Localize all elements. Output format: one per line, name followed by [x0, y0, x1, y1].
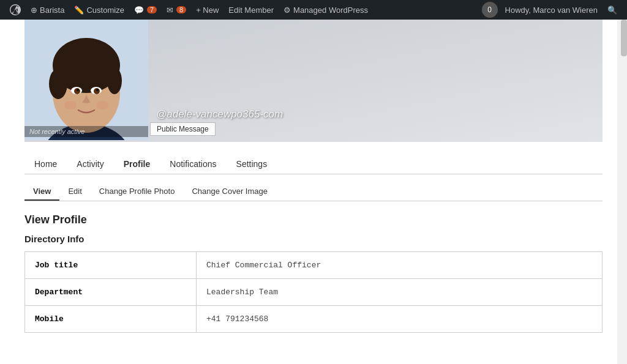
table-row: Mobile +41 791234568 — [25, 306, 603, 333]
username-overlay: @adele-vancewpo365-com — [156, 108, 283, 121]
nav-notifications[interactable]: Notifications — [160, 154, 226, 174]
admin-bar-right: 0 Howdy, Marco van Wieren 🔍 — [482, 0, 622, 20]
sub-nav-change-cover[interactable]: Change Cover Image — [183, 182, 276, 201]
profile-header: @adele-vancewpo365-com Public Message No… — [24, 20, 603, 142]
user-avatar[interactable]: 0 — [482, 2, 498, 18]
row-value: Chief Commercial Officer — [197, 252, 603, 279]
public-message-button[interactable]: Public Message — [150, 122, 216, 136]
row-label: Department — [25, 279, 197, 306]
content-area: View Profile Directory Info Job title Ch… — [24, 214, 603, 333]
directory-table: Job title Chief Commercial Officer Depar… — [24, 251, 603, 333]
section-title: Directory Info — [24, 234, 603, 244]
main-content: @adele-vancewpo365-com Public Message No… — [0, 20, 627, 364]
last-active: Not recently active — [24, 126, 148, 137]
managed-wp-link[interactable]: ⚙ Managed WordPress — [279, 0, 373, 20]
table-row: Job title Chief Commercial Officer — [25, 252, 603, 279]
sub-nav-view[interactable]: View — [24, 182, 59, 201]
user-greeting[interactable]: Howdy, Marco van Wieren — [500, 0, 603, 20]
svg-point-6 — [107, 67, 122, 94]
svg-point-14 — [96, 101, 108, 110]
main-nav: Home Activity Profile Notifications Sett… — [24, 154, 603, 174]
scrollbar[interactable] — [617, 20, 627, 364]
customize-link[interactable]: ✏️ Customize — [69, 0, 129, 20]
nav-activity[interactable]: Activity — [67, 154, 113, 174]
nav-profile[interactable]: Profile — [114, 154, 160, 174]
page-title: View Profile — [24, 214, 603, 226]
svg-point-12 — [96, 89, 99, 91]
row-value: Leadership Team — [197, 279, 603, 306]
svg-point-5 — [49, 69, 67, 99]
scrollbar-thumb[interactable] — [621, 20, 627, 56]
svg-point-13 — [64, 101, 77, 110]
sub-nav-edit[interactable]: Edit — [59, 182, 90, 201]
wp-logo[interactable] — [5, 0, 26, 20]
edit-member-link[interactable]: Edit Member — [223, 0, 279, 20]
svg-point-11 — [77, 89, 79, 91]
nav-settings[interactable]: Settings — [227, 154, 277, 174]
row-value: +41 791234568 — [197, 306, 603, 333]
new-content-button[interactable]: + New — [191, 0, 223, 20]
profile-avatar-image — [24, 20, 148, 140]
comments-link[interactable]: 💬 7 — [129, 0, 162, 20]
sub-nav: View Edit Change Profile Photo Change Co… — [24, 182, 603, 201]
search-button[interactable]: 🔍 — [603, 0, 622, 20]
search-icon: 🔍 — [607, 6, 617, 15]
nav-home[interactable]: Home — [24, 154, 67, 174]
site-name[interactable]: ⊕ Barista — [26, 0, 69, 20]
sub-nav-change-photo[interactable]: Change Profile Photo — [91, 182, 184, 201]
profile-avatar-container — [24, 20, 148, 140]
messages-link[interactable]: ✉ 8 — [162, 0, 191, 20]
row-label: Job title — [25, 252, 197, 279]
admin-bar: ⊕ Barista ✏️ Customize 💬 7 ✉ 8 + New Edi… — [0, 0, 627, 20]
row-label: Mobile — [25, 306, 197, 333]
table-row: Department Leadership Team — [25, 279, 603, 306]
